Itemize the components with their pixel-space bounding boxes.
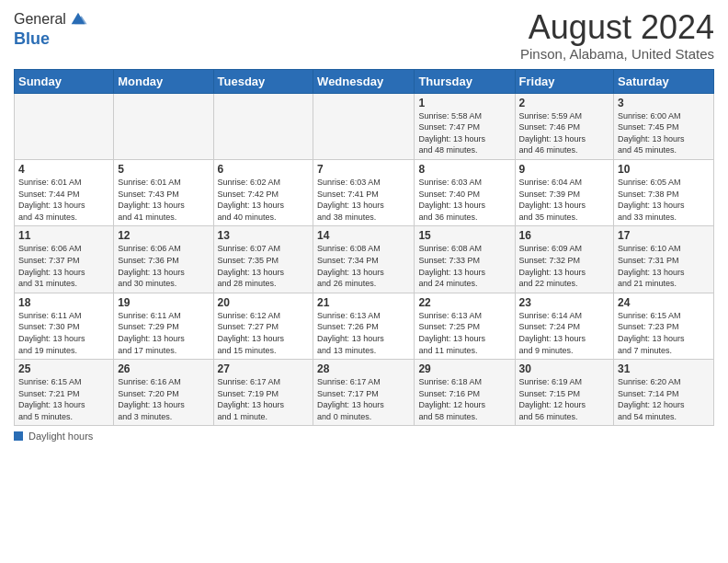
day-number: 3: [618, 97, 710, 109]
footer-label: Daylight hours: [28, 431, 93, 442]
calendar-cell: 25Sunrise: 6:15 AM Sunset: 7:21 PM Dayli…: [15, 360, 114, 426]
day-info: Sunrise: 6:20 AM Sunset: 7:14 PM Dayligh…: [618, 376, 710, 422]
calendar-cell: 13Sunrise: 6:07 AM Sunset: 7:35 PM Dayli…: [213, 226, 313, 293]
day-info: Sunrise: 6:06 AM Sunset: 7:36 PM Dayligh…: [118, 243, 209, 289]
day-number: 29: [418, 362, 510, 375]
calendar-cell: 26Sunrise: 6:16 AM Sunset: 7:20 PM Dayli…: [114, 360, 213, 426]
calendar-cell: 31Sunrise: 6:20 AM Sunset: 7:14 PM Dayli…: [614, 360, 714, 426]
day-number: 28: [317, 362, 410, 375]
day-info: Sunrise: 6:06 AM Sunset: 7:37 PM Dayligh…: [18, 243, 109, 289]
day-number: 25: [18, 362, 109, 375]
day-info: Sunrise: 6:02 AM Sunset: 7:42 PM Dayligh…: [218, 177, 310, 223]
calendar-header-saturday: Saturday: [614, 69, 714, 93]
calendar-cell: 12Sunrise: 6:06 AM Sunset: 7:36 PM Dayli…: [114, 226, 213, 293]
day-number: 17: [618, 229, 710, 242]
calendar-cell: 15Sunrise: 6:08 AM Sunset: 7:33 PM Dayli…: [415, 226, 515, 293]
day-number: 12: [118, 229, 209, 242]
calendar-cell: 8Sunrise: 6:03 AM Sunset: 7:40 PM Daylig…: [415, 159, 515, 225]
calendar-cell: 9Sunrise: 6:04 AM Sunset: 7:39 PM Daylig…: [515, 159, 614, 225]
calendar-cell: 20Sunrise: 6:12 AM Sunset: 7:27 PM Dayli…: [213, 293, 313, 359]
day-number: 13: [218, 229, 310, 242]
day-number: 10: [618, 163, 710, 176]
day-number: 27: [218, 362, 310, 375]
calendar-cell: 21Sunrise: 6:13 AM Sunset: 7:26 PM Dayli…: [313, 293, 415, 359]
day-info: Sunrise: 6:03 AM Sunset: 7:40 PM Dayligh…: [418, 177, 510, 223]
day-info: Sunrise: 6:04 AM Sunset: 7:39 PM Dayligh…: [519, 177, 610, 223]
day-info: Sunrise: 6:16 AM Sunset: 7:20 PM Dayligh…: [118, 376, 209, 422]
calendar-cell: 30Sunrise: 6:19 AM Sunset: 7:15 PM Dayli…: [515, 360, 614, 426]
day-number: 23: [519, 296, 610, 309]
calendar-cell: 17Sunrise: 6:10 AM Sunset: 7:31 PM Dayli…: [614, 226, 714, 293]
day-number: 6: [218, 163, 310, 176]
logo-general-text: General: [14, 11, 66, 28]
calendar-cell: [114, 93, 213, 159]
calendar-cell: 1Sunrise: 5:58 AM Sunset: 7:47 PM Daylig…: [415, 93, 515, 159]
calendar-header-wednesday: Wednesday: [313, 69, 415, 93]
calendar-cell: [213, 93, 313, 159]
day-info: Sunrise: 6:13 AM Sunset: 7:25 PM Dayligh…: [418, 310, 510, 356]
footer-dot: [14, 431, 23, 441]
day-number: 5: [118, 163, 209, 176]
calendar-header-thursday: Thursday: [415, 69, 515, 93]
day-number: 4: [18, 163, 109, 176]
calendar-cell: 23Sunrise: 6:14 AM Sunset: 7:24 PM Dayli…: [515, 293, 614, 359]
header: General Blue August 2024 Pinson, Alabama…: [14, 9, 714, 62]
day-number: 20: [218, 296, 310, 309]
day-number: 18: [18, 296, 109, 309]
calendar-cell: [313, 93, 415, 159]
calendar-header-row: SundayMondayTuesdayWednesdayThursdayFrid…: [15, 69, 714, 93]
calendar-cell: 2Sunrise: 5:59 AM Sunset: 7:46 PM Daylig…: [515, 93, 614, 159]
day-info: Sunrise: 6:01 AM Sunset: 7:44 PM Dayligh…: [18, 177, 109, 223]
calendar: SundayMondayTuesdayWednesdayThursdayFrid…: [14, 69, 714, 427]
footer: Daylight hours: [14, 431, 714, 442]
day-info: Sunrise: 6:15 AM Sunset: 7:23 PM Dayligh…: [618, 310, 710, 356]
calendar-week-1: 1Sunrise: 5:58 AM Sunset: 7:47 PM Daylig…: [15, 93, 714, 159]
calendar-week-3: 11Sunrise: 6:06 AM Sunset: 7:37 PM Dayli…: [15, 226, 714, 293]
day-info: Sunrise: 6:14 AM Sunset: 7:24 PM Dayligh…: [519, 310, 610, 356]
calendar-cell: 16Sunrise: 6:09 AM Sunset: 7:32 PM Dayli…: [515, 226, 614, 293]
logo-blue-text: Blue: [14, 29, 88, 49]
calendar-header-monday: Monday: [114, 69, 213, 93]
day-info: Sunrise: 6:09 AM Sunset: 7:32 PM Dayligh…: [519, 243, 610, 289]
day-info: Sunrise: 6:00 AM Sunset: 7:45 PM Dayligh…: [618, 110, 710, 156]
day-info: Sunrise: 6:03 AM Sunset: 7:41 PM Dayligh…: [317, 177, 410, 223]
day-info: Sunrise: 5:59 AM Sunset: 7:46 PM Dayligh…: [519, 110, 610, 156]
day-info: Sunrise: 6:18 AM Sunset: 7:16 PM Dayligh…: [418, 376, 510, 422]
day-number: 21: [317, 296, 410, 309]
day-info: Sunrise: 6:05 AM Sunset: 7:38 PM Dayligh…: [618, 177, 710, 223]
day-info: Sunrise: 6:12 AM Sunset: 7:27 PM Dayligh…: [218, 310, 310, 356]
day-number: 26: [118, 362, 209, 375]
calendar-cell: 28Sunrise: 6:17 AM Sunset: 7:17 PM Dayli…: [313, 360, 415, 426]
title-block: August 2024 Pinson, Alabama, United Stat…: [520, 9, 714, 62]
calendar-cell: 7Sunrise: 6:03 AM Sunset: 7:41 PM Daylig…: [313, 159, 415, 225]
calendar-body: 1Sunrise: 5:58 AM Sunset: 7:47 PM Daylig…: [15, 93, 714, 426]
logo-icon: [68, 9, 88, 29]
day-number: 1: [418, 97, 510, 109]
calendar-cell: 11Sunrise: 6:06 AM Sunset: 7:37 PM Dayli…: [15, 226, 114, 293]
day-info: Sunrise: 6:08 AM Sunset: 7:33 PM Dayligh…: [418, 243, 510, 289]
day-info: Sunrise: 6:13 AM Sunset: 7:26 PM Dayligh…: [317, 310, 410, 356]
day-info: Sunrise: 6:11 AM Sunset: 7:29 PM Dayligh…: [118, 310, 209, 356]
calendar-cell: 18Sunrise: 6:11 AM Sunset: 7:30 PM Dayli…: [15, 293, 114, 359]
day-info: Sunrise: 6:17 AM Sunset: 7:19 PM Dayligh…: [218, 376, 310, 422]
calendar-cell: 24Sunrise: 6:15 AM Sunset: 7:23 PM Dayli…: [614, 293, 714, 359]
calendar-week-5: 25Sunrise: 6:15 AM Sunset: 7:21 PM Dayli…: [15, 360, 714, 426]
day-info: Sunrise: 6:11 AM Sunset: 7:30 PM Dayligh…: [18, 310, 109, 356]
page: General Blue August 2024 Pinson, Alabama…: [0, 0, 728, 563]
day-number: 7: [317, 163, 410, 176]
day-number: 9: [519, 163, 610, 176]
day-number: 11: [18, 229, 109, 242]
calendar-cell: 5Sunrise: 6:01 AM Sunset: 7:43 PM Daylig…: [114, 159, 213, 225]
logo: General Blue: [14, 9, 88, 49]
calendar-cell: 4Sunrise: 6:01 AM Sunset: 7:44 PM Daylig…: [15, 159, 114, 225]
calendar-cell: 10Sunrise: 6:05 AM Sunset: 7:38 PM Dayli…: [614, 159, 714, 225]
day-number: 22: [418, 296, 510, 309]
day-info: Sunrise: 5:58 AM Sunset: 7:47 PM Dayligh…: [418, 110, 510, 156]
day-number: 8: [418, 163, 510, 176]
day-info: Sunrise: 6:10 AM Sunset: 7:31 PM Dayligh…: [618, 243, 710, 289]
calendar-header-friday: Friday: [515, 69, 614, 93]
day-number: 24: [618, 296, 710, 309]
day-number: 15: [418, 229, 510, 242]
calendar-cell: 6Sunrise: 6:02 AM Sunset: 7:42 PM Daylig…: [213, 159, 313, 225]
calendar-header-sunday: Sunday: [15, 69, 114, 93]
